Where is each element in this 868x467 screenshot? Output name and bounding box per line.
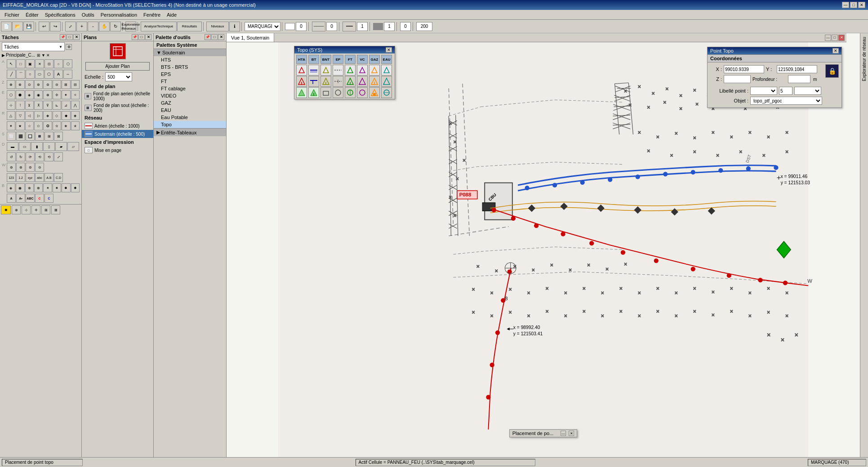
tool-z2[interactable]: ⊗ <box>16 80 24 89</box>
tool-z1[interactable]: ⊕ <box>7 80 15 89</box>
palette-bts-brts[interactable]: BTS - BRTS <box>154 63 226 71</box>
tb-pan[interactable]: ✋ <box>99 22 110 31</box>
tool-w1[interactable]: ⊚ <box>7 163 16 172</box>
tasks-pin-btn[interactable]: 📌 <box>60 34 66 40</box>
tool-d5[interactable]: ▰ <box>55 142 67 151</box>
tool-s2[interactable]: ⬛ <box>16 132 25 141</box>
menu-outils[interactable]: Outils <box>79 11 97 18</box>
tool-h5[interactable]: ⟲ <box>45 152 53 161</box>
palette-close[interactable]: ✕ <box>218 34 224 40</box>
tool-e6[interactable]: ✢ <box>53 90 61 99</box>
tool-g7[interactable]: ✬ <box>62 121 70 130</box>
echelle-select[interactable]: 500 1000 200 <box>105 72 132 81</box>
tool-b3[interactable]: ⊕ <box>25 183 34 192</box>
palette-video[interactable]: VIDEO <box>154 92 226 99</box>
topo-cell-1-7[interactable] <box>369 65 380 76</box>
topo-cell-2-2[interactable] <box>308 76 319 87</box>
tb-val3[interactable] <box>357 22 368 31</box>
tool-e7[interactable]: ✦ <box>62 90 70 99</box>
topo-cell-1-1[interactable] <box>296 65 307 76</box>
tool-e8[interactable]: ✧ <box>71 90 80 99</box>
tool-polygon[interactable]: ⬡ <box>45 70 53 79</box>
tb-val4[interactable] <box>384 22 395 31</box>
tool-z8[interactable]: ⊟ <box>71 80 80 89</box>
explorer-label[interactable]: Explorateur de réseau <box>861 35 868 83</box>
tool-n1[interactable]: 123 <box>7 173 16 182</box>
placement-close[interactable]: ✕ <box>569 431 574 436</box>
tool-r2[interactable]: ▽ <box>16 111 24 120</box>
tool-e4[interactable]: ◉ <box>34 90 43 99</box>
marquage-select[interactable]: MARQUAGE <box>245 22 280 31</box>
palette-ft[interactable]: FT <box>154 78 226 85</box>
tool-dim[interactable]: ↔ <box>63 70 72 79</box>
plans-close[interactable]: ✕ <box>145 34 151 40</box>
tool-d2[interactable]: ▭ <box>19 142 31 151</box>
fond-aerien-item[interactable]: ▦ Fond de plan aerien (échelle 1000) <box>82 90 153 102</box>
tool-f4[interactable]: ⊼ <box>34 101 43 110</box>
tool-z6[interactable]: ⊝ <box>53 80 61 89</box>
topo-cell-3-3[interactable] <box>320 87 331 98</box>
maximize-button[interactable]: □ <box>850 2 857 8</box>
x-input[interactable] <box>724 65 764 73</box>
tasks-dropdown[interactable]: Tâches ▼ <box>2 42 65 51</box>
tool-abc5[interactable]: C <box>45 194 53 203</box>
entete-group[interactable]: ▶ Entête-Tableaux <box>154 128 226 136</box>
tool-g1[interactable]: ✦ <box>7 121 15 130</box>
view-tab-item[interactable]: Vue 1, Souterrain <box>227 33 274 42</box>
tool-b1[interactable]: ◈ <box>7 183 15 192</box>
tool-z3[interactable]: ⊙ <box>25 80 34 89</box>
tool-r4[interactable]: ▷ <box>34 111 43 120</box>
tb-zoom-in[interactable]: + <box>76 22 87 31</box>
palette-gaz[interactable]: GAZ <box>154 99 226 107</box>
z-input[interactable] <box>724 75 751 83</box>
tool-r6[interactable]: ◇ <box>53 111 61 120</box>
tool-h1[interactable]: ↺ <box>7 152 16 161</box>
tool-e5[interactable]: ⊕ <box>43 90 52 99</box>
libelle-type[interactable] <box>794 87 821 95</box>
tool-n3[interactable]: xyz <box>26 173 35 182</box>
topo-cell-3-5[interactable] <box>345 87 356 98</box>
souterrain-group[interactable]: ▼ Souterrain <box>154 49 226 56</box>
tb-val6[interactable] <box>416 22 432 31</box>
tool-n6[interactable]: C.D <box>54 173 63 182</box>
menu-fichier[interactable]: Fichier <box>2 11 22 18</box>
tool-f7[interactable]: ⊿ <box>62 101 70 110</box>
palette-eau[interactable]: EAU <box>154 107 226 114</box>
y-input[interactable] <box>777 65 817 73</box>
tool-f2[interactable]: ⊺ <box>16 101 24 110</box>
tool-r3[interactable]: ◁ <box>25 111 34 120</box>
tool-r1[interactable]: △ <box>7 111 15 120</box>
tool-h3[interactable]: ⟳ <box>26 152 35 161</box>
aerien-item[interactable]: Aérien (échelle : 1000) <box>82 122 153 130</box>
tool-b8[interactable]: ✹ <box>71 183 80 192</box>
plans-detach[interactable]: □ <box>138 34 145 40</box>
tool-text[interactable]: A <box>54 70 63 79</box>
tb-resultats[interactable]: Résultats <box>177 22 202 31</box>
tool-n5[interactable]: A.B <box>45 173 53 182</box>
tool-g4[interactable]: ✩ <box>34 121 43 130</box>
tool-e2[interactable]: ⬢ <box>16 90 24 99</box>
tool-snap2[interactable]: ⊹ <box>22 205 31 214</box>
tool-snap3[interactable]: ✛ <box>31 205 40 214</box>
tool-b4[interactable]: ⊗ <box>34 183 43 192</box>
tool-abc1[interactable]: A <box>7 194 16 203</box>
topo-cell-2-5[interactable] <box>345 76 356 87</box>
topo-cell-1-5[interactable] <box>345 65 356 76</box>
tool-abc3[interactable]: ABC <box>26 194 35 203</box>
view-max-btn[interactable]: □ <box>832 35 838 41</box>
tool-g2[interactable]: ★ <box>16 121 24 130</box>
topo-cell-3-1[interactable] <box>296 87 307 98</box>
libelle-input[interactable] <box>779 87 792 95</box>
topo-cell-3-4[interactable] <box>333 87 343 98</box>
tool-e3[interactable]: ◈ <box>25 90 34 99</box>
principale-item[interactable]: ▶ Principale_C... ⊞ ▼ ✕ <box>0 52 81 58</box>
topo-cell-2-4[interactable] <box>333 76 343 87</box>
tool-w4[interactable]: ⊝ <box>35 163 44 172</box>
topo-cell-1-4[interactable] <box>333 65 343 76</box>
tool-circle[interactable]: ○ <box>26 70 35 79</box>
tool-lasso[interactable]: ○ <box>54 59 63 68</box>
tool-g5[interactable]: ✪ <box>43 121 52 130</box>
tool-r5[interactable]: ◈ <box>43 111 52 120</box>
palette-detach[interactable]: □ <box>211 34 218 40</box>
tool-ellipse[interactable]: ⬭ <box>35 70 44 79</box>
